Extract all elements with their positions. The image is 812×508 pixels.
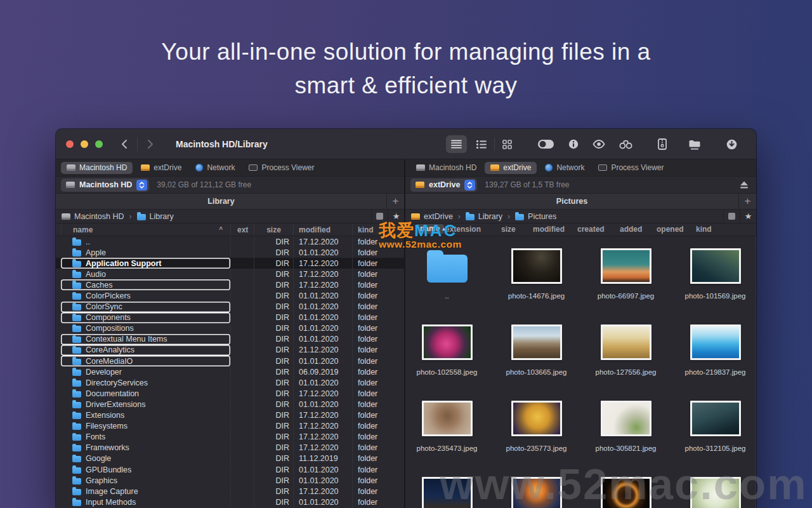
tab-macintosh-hd[interactable]: Macintosh HD [61, 162, 133, 174]
file-row[interactable]: CachesDIR17.12.2020folder [56, 279, 404, 290]
breadcrumb-segment[interactable]: Macintosh HD [62, 212, 124, 221]
add-tab-button[interactable]: + [386, 194, 404, 209]
folder-icon [72, 304, 81, 311]
file-row[interactable]: DeveloperDIR06.09.2019folder [56, 366, 404, 377]
file-row[interactable]: ColorPickersDIR01.01.2020folder [56, 290, 404, 301]
tab-extdrive[interactable]: extDrive [485, 162, 537, 174]
minimize-button[interactable] [81, 140, 88, 148]
watermark-url: www.52mac.com [379, 239, 462, 250]
right-drive-selector[interactable]: extDrive [410, 178, 477, 192]
toggle-icon[interactable] [532, 135, 560, 153]
tab-extdrive[interactable]: extDrive [135, 162, 187, 174]
column-header-added[interactable]: added [620, 225, 642, 234]
grid-item[interactable]: photo-102558.jpeg [402, 322, 492, 398]
grid-item[interactable]: photo-66997.jpeg [581, 246, 671, 322]
download-icon[interactable] [721, 135, 742, 153]
file-row[interactable]: ComponentsDIR01.01.2020folder [56, 312, 404, 323]
file-name-cell: Contextual Menu Items [61, 334, 231, 345]
right-drive-label: extDrive [429, 180, 460, 189]
column-header-opened[interactable]: opened [657, 225, 684, 234]
file-row[interactable]: Contextual Menu ItemsDIR01.01.2020folder [56, 334, 404, 345]
file-row[interactable]: CoreMediaIODIR01.01.2020folder [56, 356, 404, 366]
file-kind-cell: folder [353, 432, 404, 443]
file-ext-cell [231, 269, 254, 279]
close-button[interactable] [66, 140, 74, 148]
grid-item[interactable]: photo-103665.jpeg [492, 322, 581, 398]
column-header-size[interactable]: size [501, 225, 516, 234]
breadcrumb-segment[interactable]: Library [137, 212, 174, 221]
folder-icon [466, 214, 475, 220]
tab-network[interactable]: Network [539, 162, 590, 174]
file-row[interactable]: DriverExtensionsDIR01.01.2020folder [56, 399, 404, 410]
file-row[interactable]: ..DIR17.12.2020folder [56, 236, 404, 247]
grid-view-icon[interactable] [497, 135, 517, 153]
file-row[interactable]: ColorSyncDIR01.01.2020folder [56, 302, 404, 312]
column-header-ext[interactable]: ext [231, 224, 254, 236]
file-name: Compositions [86, 324, 134, 333]
grid-item[interactable]: photo-14676.jpeg [492, 246, 581, 322]
drive-stepper-icon[interactable] [464, 180, 475, 190]
eject-icon[interactable] [740, 181, 749, 189]
breadcrumb-separator: › [508, 212, 510, 221]
archive-zip-icon[interactable] [653, 135, 672, 153]
tab-macintosh-hd[interactable]: Macintosh HD [410, 162, 482, 174]
file-ext-cell [231, 410, 254, 421]
file-row[interactable]: CoreAnalyticsDIR21.12.2020folder [56, 345, 404, 356]
breadcrumb-segment[interactable]: Pictures [515, 212, 556, 221]
file-name-cell: Documentation [61, 388, 231, 399]
file-row[interactable]: FilesystemsDIR17.12.2020folder [56, 421, 404, 432]
favorite-button[interactable]: ★ [740, 210, 756, 223]
tab-network[interactable]: Network [190, 162, 240, 174]
file-row[interactable]: GPUBundlesDIR01.01.2020folder [56, 464, 404, 475]
file-name: Audio [86, 270, 106, 279]
pane-mode-button[interactable] [723, 210, 740, 223]
left-section-title[interactable]: Library [56, 194, 386, 209]
tab-process-viewer[interactable]: Process Viewer [593, 162, 669, 174]
file-modified-cell: 17.12.2020 [294, 279, 353, 290]
tab-process-viewer[interactable]: Process Viewer [243, 162, 320, 174]
zoom-button[interactable] [95, 140, 103, 148]
grid-item[interactable]: photo-101569.jpeg [671, 246, 756, 322]
eye-preview-icon[interactable] [587, 135, 610, 153]
binoculars-search-icon[interactable] [614, 135, 638, 153]
grid-item[interactable]: .. [402, 246, 492, 322]
back-button[interactable] [119, 139, 129, 149]
file-name-cell: DriverExtensions [61, 399, 231, 410]
grid-item[interactable]: photo-219837.jpeg [671, 322, 756, 398]
folder-icon [137, 214, 146, 220]
left-column-headers: name^ ext size modified kind [56, 224, 404, 236]
file-row[interactable]: AppleDIR01.01.2020folder [56, 247, 404, 258]
forward-button[interactable] [145, 139, 155, 149]
file-row[interactable]: FrameworksDIR17.12.2020folder [56, 443, 404, 453]
breadcrumb-segment[interactable]: extDrive [411, 212, 453, 221]
left-drive-selector[interactable]: Macintosh HD [61, 178, 149, 192]
detail-list-view-icon[interactable] [471, 135, 492, 153]
file-row[interactable]: Image CaptureDIR17.12.2020folder [56, 486, 404, 497]
file-row[interactable]: CompositionsDIR01.01.2020folder [56, 323, 404, 334]
column-header-name[interactable]: name^ [61, 224, 231, 236]
breadcrumb-segment[interactable]: Library [466, 212, 502, 221]
file-row[interactable]: GoogleDIR11.12.2019folder [56, 453, 404, 464]
file-row[interactable]: Application SupportDIR17.12.2020folder [56, 258, 404, 269]
list-view-icon[interactable] [446, 135, 467, 153]
file-modified-cell: 17.12.2020 [294, 236, 353, 247]
network-folder-icon[interactable] [683, 135, 706, 153]
file-row[interactable]: AudioDIR17.12.2020folder [56, 269, 404, 279]
file-row[interactable]: GraphicsDIR01.01.2020folder [56, 475, 404, 486]
column-header-size[interactable]: size [254, 224, 294, 236]
drive-stepper-icon[interactable] [136, 180, 147, 190]
column-header-modified[interactable]: modified [533, 225, 565, 234]
file-row[interactable]: DirectoryServicesDIR01.01.2020folder [56, 377, 404, 388]
add-tab-button[interactable]: + [738, 194, 756, 209]
file-row[interactable]: ExtensionsDIR17.12.2020folder [56, 410, 404, 421]
column-header-kind[interactable]: kind [696, 225, 712, 234]
desktop-background: Your all-in-one solution for managing fi… [0, 0, 812, 508]
file-row[interactable]: Input MethodsDIR01.01.2020folder [56, 497, 404, 507]
column-header-created[interactable]: created [577, 225, 605, 234]
file-row[interactable]: DocumentationDIR17.12.2020folder [56, 388, 404, 399]
file-row[interactable]: FontsDIR17.12.2020folder [56, 432, 404, 443]
info-icon[interactable] [563, 135, 584, 153]
column-header-modified[interactable]: modified [294, 224, 353, 236]
right-section-title[interactable]: Pictures [405, 194, 738, 209]
grid-item[interactable]: photo-127556.jpeg [581, 322, 671, 398]
